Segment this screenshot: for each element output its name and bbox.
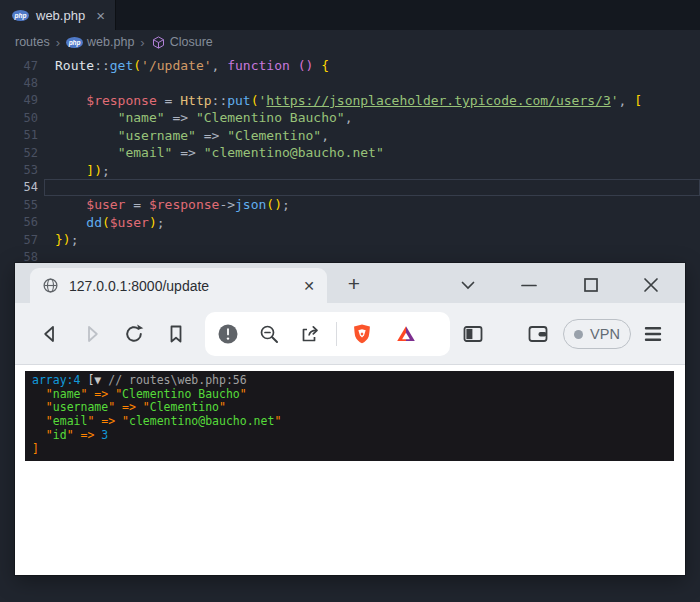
token: json xyxy=(235,197,266,212)
token: '/update' xyxy=(141,58,211,73)
token xyxy=(55,110,118,125)
token: "name" xyxy=(118,110,165,125)
token: $user xyxy=(110,215,149,230)
code-line[interactable]: 54 xyxy=(0,179,700,196)
code-line-text: "name" => "Clementino Baucho", xyxy=(44,109,700,126)
code-line[interactable]: 47Route::get('/update', function () { xyxy=(0,57,700,74)
token: ] xyxy=(32,442,39,456)
minimize-icon[interactable] xyxy=(517,273,541,297)
token: ' xyxy=(259,93,267,108)
breadcrumb-item-closure[interactable]: Closure xyxy=(151,35,213,50)
close-icon[interactable] xyxy=(639,273,663,297)
editor-tab-web-php[interactable]: php web.php × xyxy=(0,0,116,30)
code-line[interactable]: 48 xyxy=(0,74,700,91)
browser-tab-title: 127.0.0.1:8000/update xyxy=(69,278,293,294)
zoom-out-icon[interactable] xyxy=(257,322,281,346)
token: :: xyxy=(94,58,110,73)
token: => xyxy=(172,145,203,160)
token: ; xyxy=(71,232,79,247)
token: ; xyxy=(157,215,165,230)
code-line[interactable]: 49 $response = Http::put('https://jsonpl… xyxy=(0,92,700,109)
back-icon[interactable] xyxy=(38,322,62,346)
brave-shield-icon[interactable] xyxy=(350,322,374,346)
token: "email" xyxy=(118,145,173,160)
token: ) xyxy=(149,215,157,230)
token: => xyxy=(196,128,227,143)
token: $response xyxy=(149,197,219,212)
forward-icon[interactable] xyxy=(80,322,104,346)
chevron-right-icon: › xyxy=(140,35,144,50)
token xyxy=(55,163,86,178)
reload-icon[interactable] xyxy=(122,322,146,346)
line-number: 52 xyxy=(0,146,38,160)
token: = xyxy=(125,197,148,212)
line-number: 58 xyxy=(0,250,38,264)
code-line[interactable]: 57}); xyxy=(0,231,700,248)
brave-rewards-icon[interactable] xyxy=(394,322,418,346)
site-info-icon[interactable] xyxy=(216,322,240,346)
code-line[interactable]: 50 "name" => "Clementino Baucho", xyxy=(0,109,700,126)
breadcrumb-item-web-php[interactable]: php web.php xyxy=(66,35,134,49)
code-line-text xyxy=(44,74,700,91)
token xyxy=(290,58,298,73)
code-line-text: "username" => "Clementino", xyxy=(44,127,700,144)
token: 3 xyxy=(101,428,108,442)
token xyxy=(55,145,118,160)
code-line-text: ]); xyxy=(44,161,700,178)
token: ( xyxy=(102,215,110,230)
code-line[interactable]: 53 ]); xyxy=(0,161,700,178)
token: https://jsonplaceholder.typicode.com/use… xyxy=(266,93,610,108)
token: ; xyxy=(102,163,110,178)
sidebar-icon[interactable] xyxy=(461,322,485,346)
vpn-button[interactable]: VPN xyxy=(563,319,631,349)
token: ( xyxy=(133,58,141,73)
code-editor[interactable]: 47Route::get('/update', function () {484… xyxy=(0,57,700,266)
token xyxy=(55,128,118,143)
code-line[interactable]: 51 "username" => "Clementino", xyxy=(0,127,700,144)
line-number: 54 xyxy=(0,180,38,194)
token xyxy=(55,93,86,108)
menu-icon[interactable] xyxy=(641,322,665,346)
share-icon[interactable] xyxy=(298,322,322,346)
token: " xyxy=(46,428,53,442)
token xyxy=(32,387,46,401)
code-line-text: Route::get('/update', function () { xyxy=(44,57,700,74)
close-icon[interactable]: × xyxy=(96,7,105,24)
code-line-text: dd($user); xyxy=(44,214,700,231)
token: , xyxy=(212,58,228,73)
token: " xyxy=(46,414,53,428)
dump-line: array:4 [▼ // routes\web.php:56 xyxy=(32,374,667,388)
token: put xyxy=(227,93,250,108)
breadcrumb-label: Closure xyxy=(170,35,213,49)
new-tab-button[interactable]: + xyxy=(341,271,367,297)
code-line[interactable]: 55 $user = $response->json(); xyxy=(0,196,700,213)
close-icon[interactable]: ✕ xyxy=(303,278,315,294)
token: id xyxy=(53,428,67,442)
token: " xyxy=(46,387,53,401)
code-line[interactable]: 56 dd($user); xyxy=(0,214,700,231)
token: => xyxy=(74,428,102,442)
bookmark-icon[interactable] xyxy=(164,322,188,346)
wallet-icon[interactable] xyxy=(526,322,550,346)
token: ) xyxy=(94,163,102,178)
token: ' xyxy=(611,93,619,108)
vpn-dot-icon xyxy=(574,330,583,339)
code-line-text: "email" => "clementino@baucho.net" xyxy=(44,144,700,161)
code-line-text: $response = Http::put('https://jsonplace… xyxy=(44,92,700,109)
token: name xyxy=(53,387,81,401)
token xyxy=(55,197,86,212)
line-number: 48 xyxy=(0,76,38,90)
dump-line: ] xyxy=(32,443,667,457)
token: get xyxy=(110,58,133,73)
line-number: 49 xyxy=(0,93,38,107)
breadcrumb-item-routes[interactable]: routes xyxy=(15,35,50,49)
token: , xyxy=(619,93,635,108)
line-number: 53 xyxy=(0,163,38,177)
maximize-icon[interactable] xyxy=(579,273,603,297)
php-file-icon: php xyxy=(12,10,29,21)
code-line[interactable]: 52 "email" => "clementino@baucho.net" xyxy=(0,144,700,161)
browser-tab[interactable]: 127.0.0.1:8000/update ✕ xyxy=(30,268,327,303)
address-bar[interactable] xyxy=(205,312,450,356)
token: => xyxy=(87,387,115,401)
tab-search-chevron-icon[interactable] xyxy=(456,273,480,297)
